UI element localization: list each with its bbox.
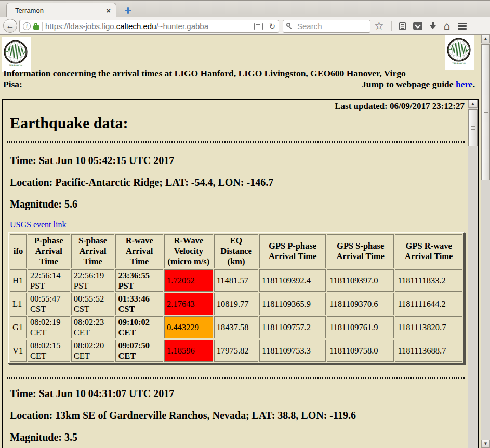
- lock-icon[interactable]: [33, 23, 39, 30]
- cell-ifo: H1: [10, 269, 27, 292]
- cell-gps-s: 1181109761.9: [327, 316, 394, 338]
- cell-gps-p: 1181109365.9: [259, 293, 326, 315]
- table-row-h1: H1 22:56:14 PST 22:56:19 PST 23:36:55 PS…: [10, 269, 462, 292]
- eq1-magnitude: Magnitude: 5.6: [10, 198, 465, 210]
- page-scrollbar-thumb[interactable]: [481, 44, 490, 180]
- cell-gps-p: 1181109753.3: [259, 340, 326, 362]
- terramon-logo-left: TERRAMON: [2, 37, 31, 72]
- search-icon: [286, 23, 293, 30]
- col-header-s-phase: S-phase Arrival Time: [71, 234, 115, 268]
- cell-velocity: 1.72052: [164, 269, 213, 292]
- cell-p-arrival: 00:55:47 CST: [28, 293, 70, 315]
- back-button[interactable]: ←: [3, 19, 17, 33]
- url-bar[interactable]: i https://ldas-jobs.ligo.caltech.edu/~hu…: [19, 20, 279, 33]
- separator: [7, 377, 465, 379]
- url-divider-2: [266, 22, 266, 31]
- table-row-g1: G1 08:02:19 CET 08:02:23 CET 09:10:02 CE…: [10, 316, 462, 338]
- eq2-time: Time: Sat Jun 10 04:31:07 UTC 2017: [10, 388, 465, 399]
- page-title: Earthquake data:: [10, 114, 465, 131]
- toolbar-buttons: ☆ ⌂: [374, 17, 467, 35]
- search-input[interactable]: [296, 21, 367, 31]
- table-row-l1: L1 00:55:47 CST 00:55:52 CST 01:33:46 CS…: [10, 293, 462, 315]
- col-header-ifo: ifo: [10, 234, 27, 268]
- back-icon: ←: [6, 21, 15, 31]
- arrival-times-table: ifo P-phase Arrival Time S-phase Arrival…: [8, 232, 465, 364]
- reload-icon[interactable]: ↻: [269, 22, 275, 31]
- cell-r-arrival: 23:36:55 PST: [115, 269, 163, 292]
- webpage-guide-link[interactable]: here: [456, 79, 473, 89]
- last-updated: Last updated: 06/09/2017 23:12:27: [7, 101, 465, 112]
- table-header-row: ifo P-phase Arrival Time S-phase Arrival…: [10, 234, 462, 268]
- download-icon[interactable]: [430, 22, 436, 30]
- bookmark-star-icon[interactable]: ☆: [374, 21, 384, 32]
- col-header-r-wave: R-wave Arrival Time: [115, 234, 163, 268]
- cell-s-arrival: 22:56:19 PST: [71, 269, 115, 292]
- cell-velocity: 1.18596: [164, 340, 213, 362]
- bookmarks-panel-icon[interactable]: [399, 22, 406, 30]
- url-divider: [42, 22, 43, 31]
- cell-gps-r: 1181111644.2: [395, 293, 462, 315]
- cell-s-arrival: 08:02:23 CET: [71, 316, 115, 338]
- cell-gps-p: 1181109392.4: [259, 269, 326, 292]
- site-info-icon[interactable]: i: [23, 22, 31, 30]
- cell-r-arrival: 01:33:46 CST: [115, 293, 163, 315]
- cell-p-arrival: 08:02:19 CET: [28, 316, 70, 338]
- col-header-gps-p: GPS P-phase Arrival Time: [259, 234, 326, 268]
- search-box[interactable]: [283, 20, 370, 33]
- page-scrollbar[interactable]: ▲ ▼: [481, 35, 490, 448]
- menu-icon[interactable]: [458, 23, 467, 30]
- cell-r-arrival: 09:10:02 CET: [115, 316, 163, 338]
- svg-text:TERRAMON: TERRAMON: [8, 64, 22, 67]
- tab-terramon[interactable]: Terramon ×: [6, 3, 116, 18]
- svg-text:TERRAMON: TERRAMON: [452, 62, 466, 65]
- panel-scrollbar-thumb[interactable]: [468, 109, 478, 146]
- eq1-location: Location: Pacific-Antarctic Ridge; LAT: …: [10, 177, 465, 188]
- cell-gps-r: 1181111833.2: [395, 269, 462, 292]
- col-header-velocity: R-Wave Velocity (micro m/s): [164, 234, 213, 268]
- cell-distance: 10819.77: [214, 293, 259, 315]
- panel-scrollbar[interactable]: ▲: [468, 100, 478, 448]
- table-row-v1: V1 08:02:15 CET 08:02:20 CET 09:07:50 CE…: [10, 340, 462, 362]
- cell-r-arrival: 09:07:50 CET: [115, 340, 163, 362]
- navigation-toolbar: ← i https://ldas-jobs.ligo.caltech.edu/~…: [0, 17, 490, 35]
- jump-to-guide: Jump to webpage guide here.: [362, 79, 475, 90]
- cell-gps-s: 1181109370.6: [327, 293, 394, 315]
- toolbar-divider: [391, 21, 392, 31]
- col-header-p-phase: P-phase Arrival Time: [28, 234, 70, 268]
- cell-p-arrival: 08:02:15 CET: [28, 340, 70, 362]
- tab-close-icon[interactable]: ×: [105, 6, 112, 15]
- eq2-magnitude: Magnitude: 3.5: [10, 431, 465, 443]
- cell-ifo: G1: [10, 316, 27, 338]
- pocket-icon[interactable]: [413, 22, 422, 30]
- separator: [7, 141, 465, 143]
- col-header-gps-r: GPS R-wave Arrival Time: [395, 234, 462, 268]
- cell-distance: 17975.82: [214, 340, 259, 362]
- home-icon[interactable]: ⌂: [444, 21, 451, 31]
- browser-tab-bar: Terramon ×: [0, 0, 490, 17]
- cell-ifo: V1: [10, 340, 27, 362]
- tab-title: Terramon: [15, 7, 105, 15]
- cell-s-arrival: 08:02:20 CET: [71, 340, 115, 362]
- url-text[interactable]: https://ldas-jobs.ligo.caltech.edu/~hunt…: [45, 22, 251, 31]
- cell-gps-s: 1181109758.0: [327, 340, 394, 362]
- cell-distance: 18437.58: [214, 316, 259, 338]
- cell-distance: 11481.57: [214, 269, 259, 292]
- eq1-time: Time: Sat Jun 10 05:42:15 UTC 2017: [10, 155, 465, 166]
- reader-mode-icon[interactable]: [254, 23, 263, 30]
- intro-line2: Pisa:: [3, 79, 22, 90]
- cell-gps-r: 1181113688.7: [395, 340, 462, 362]
- intro-text: Information concerning the arrival times…: [3, 68, 475, 90]
- cell-gps-s: 1181109397.0: [327, 269, 394, 292]
- page-scroll-up-icon[interactable]: ▲: [481, 35, 490, 43]
- eq2-location: Location: 13km SE of Gardnerville Rancho…: [10, 410, 465, 421]
- new-tab-button[interactable]: [121, 5, 135, 16]
- panel-scroll-up-icon[interactable]: ▲: [468, 100, 478, 108]
- page-content: TERRAMON TERRAMON Information concerning…: [0, 35, 481, 448]
- cell-velocity: 0.443229: [164, 316, 213, 338]
- cell-gps-p: 1181109757.2: [259, 316, 326, 338]
- terramon-logo-right: TERRAMON: [445, 35, 474, 70]
- usgs-event-link[interactable]: USGS event link: [10, 220, 66, 229]
- col-header-distance: EQ Distance (km): [214, 234, 259, 268]
- page-scroll-down-icon[interactable]: ▼: [481, 440, 490, 448]
- cell-ifo: L1: [10, 293, 27, 315]
